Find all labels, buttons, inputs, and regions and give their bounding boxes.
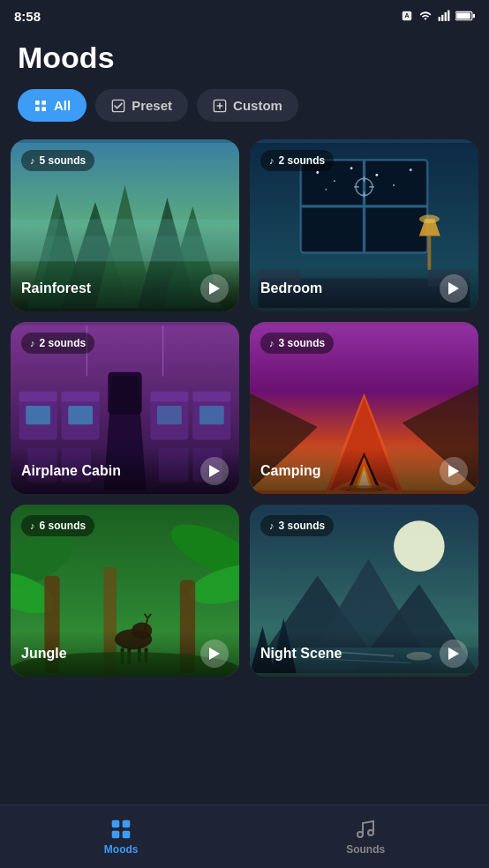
svg-marker-73 — [209, 465, 220, 477]
svg-rect-8 — [456, 12, 470, 19]
svg-rect-5 — [448, 11, 449, 21]
nav-sounds[interactable]: Sounds — [346, 819, 385, 856]
svg-marker-101 — [209, 647, 220, 660]
mood-card-bedroom[interactable]: ♪ 2 sounds Bedroom — [250, 139, 478, 311]
notification-icon: A — [401, 10, 413, 22]
svg-marker-113 — [448, 647, 459, 660]
play-icon-6 — [448, 647, 459, 660]
custom-icon — [213, 99, 227, 113]
status-icons: A — [401, 10, 475, 22]
tab-all[interactable]: All — [18, 89, 87, 122]
mood-card-jungle[interactable]: ♪ 6 sounds Jungle — [11, 505, 239, 677]
status-time: 8:58 — [14, 9, 41, 24]
mood-card-airplane[interactable]: ♪ 2 sounds Airplane Cabin — [11, 322, 239, 494]
sounds-nav-label: Sounds — [346, 843, 385, 856]
status-bar: 8:58 A — [0, 0, 489, 30]
play-icon-3 — [209, 465, 220, 477]
camping-sounds-count: 3 sounds — [279, 337, 326, 349]
jungle-sounds-badge: ♪ 6 sounds — [21, 515, 94, 536]
svg-marker-51 — [448, 282, 459, 295]
jungle-sounds-count: 6 sounds — [40, 520, 87, 532]
airplane-sounds-badge: ♪ 2 sounds — [21, 333, 94, 354]
page-title: Moods — [18, 41, 471, 75]
svg-marker-24 — [209, 282, 220, 295]
svg-rect-2 — [439, 17, 440, 21]
moods-nav-label: Moods — [104, 843, 139, 856]
svg-point-118 — [357, 832, 363, 837]
signal-icon — [438, 10, 450, 22]
music-note-icon-5: ♪ — [30, 520, 35, 531]
svg-rect-4 — [445, 12, 447, 21]
camping-sounds-badge: ♪ 3 sounds — [260, 333, 334, 354]
svg-rect-117 — [123, 830, 131, 838]
rainforest-sounds-count: 5 sounds — [40, 154, 87, 167]
tab-preset[interactable]: Preset — [95, 89, 188, 122]
rainforest-play-button[interactable] — [200, 274, 229, 303]
svg-rect-7 — [473, 14, 475, 19]
battery-icon — [455, 11, 475, 21]
tab-all-label: All — [54, 98, 71, 113]
svg-rect-12 — [41, 107, 46, 111]
airplane-name: Airplane Cabin — [21, 463, 121, 479]
svg-rect-115 — [123, 819, 131, 827]
bedroom-play-button[interactable] — [440, 274, 468, 303]
music-note-icon-6: ♪ — [269, 520, 275, 531]
camping-name: Camping — [260, 463, 320, 479]
camping-play-button[interactable] — [440, 457, 468, 485]
svg-rect-3 — [441, 15, 443, 21]
moods-grid: ♪ 5 sounds Rainforest — [0, 139, 489, 677]
tab-custom-label: Custom — [233, 98, 282, 113]
svg-point-119 — [368, 830, 373, 835]
wifi-icon — [418, 10, 433, 22]
rainforest-footer: Rainforest — [11, 266, 239, 311]
preset-icon — [111, 99, 125, 113]
night-play-button[interactable] — [440, 640, 468, 668]
svg-marker-85 — [448, 465, 459, 477]
night-sounds-count: 3 sounds — [279, 520, 326, 532]
svg-text:A: A — [404, 12, 409, 19]
night-footer: Night Scene — [250, 631, 478, 677]
bedroom-sounds-count: 2 sounds — [279, 154, 326, 167]
play-icon-2 — [448, 282, 459, 295]
bedroom-footer: Bedroom — [250, 266, 478, 311]
mood-card-rainforest[interactable]: ♪ 5 sounds Rainforest — [11, 139, 239, 311]
header: Moods — [0, 30, 489, 89]
jungle-play-button[interactable] — [200, 640, 229, 668]
mood-card-camping[interactable]: ♪ 3 sounds Camping — [250, 322, 478, 494]
filter-tabs: All Preset Custom — [0, 89, 489, 139]
airplane-sounds-count: 2 sounds — [40, 337, 87, 349]
play-icon-5 — [209, 647, 220, 660]
jungle-footer: Jungle — [11, 631, 239, 677]
bottom-nav: Moods Sounds — [0, 804, 489, 868]
rainforest-name: Rainforest — [21, 281, 91, 296]
moods-nav-icon — [109, 819, 132, 840]
music-note-icon: ♪ — [30, 155, 35, 166]
night-sounds-badge: ♪ 3 sounds — [260, 515, 334, 536]
airplane-play-button[interactable] — [200, 457, 229, 485]
rainforest-sounds-badge: ♪ 5 sounds — [21, 150, 94, 171]
grid-icon — [34, 99, 48, 113]
svg-rect-11 — [35, 107, 40, 111]
music-note-icon-2: ♪ — [269, 155, 275, 166]
tab-custom[interactable]: Custom — [197, 89, 298, 122]
night-name: Night Scene — [260, 646, 342, 662]
nav-moods[interactable]: Moods — [104, 819, 139, 856]
svg-rect-9 — [35, 101, 40, 105]
music-note-icon-4: ♪ — [269, 338, 275, 348]
play-icon-4 — [448, 465, 459, 477]
music-note-icon-3: ♪ — [30, 338, 35, 348]
play-icon — [209, 282, 220, 295]
tab-preset-label: Preset — [132, 98, 172, 113]
svg-rect-114 — [112, 819, 120, 827]
mood-card-night[interactable]: ♪ 3 sounds Night Scene — [250, 505, 478, 677]
sounds-nav-icon — [355, 819, 376, 840]
svg-rect-10 — [41, 101, 46, 105]
bedroom-name: Bedroom — [260, 281, 322, 296]
camping-footer: Camping — [250, 448, 478, 494]
svg-rect-116 — [112, 830, 120, 838]
bedroom-sounds-badge: ♪ 2 sounds — [260, 150, 334, 171]
jungle-name: Jungle — [21, 646, 67, 662]
airplane-footer: Airplane Cabin — [11, 448, 239, 494]
